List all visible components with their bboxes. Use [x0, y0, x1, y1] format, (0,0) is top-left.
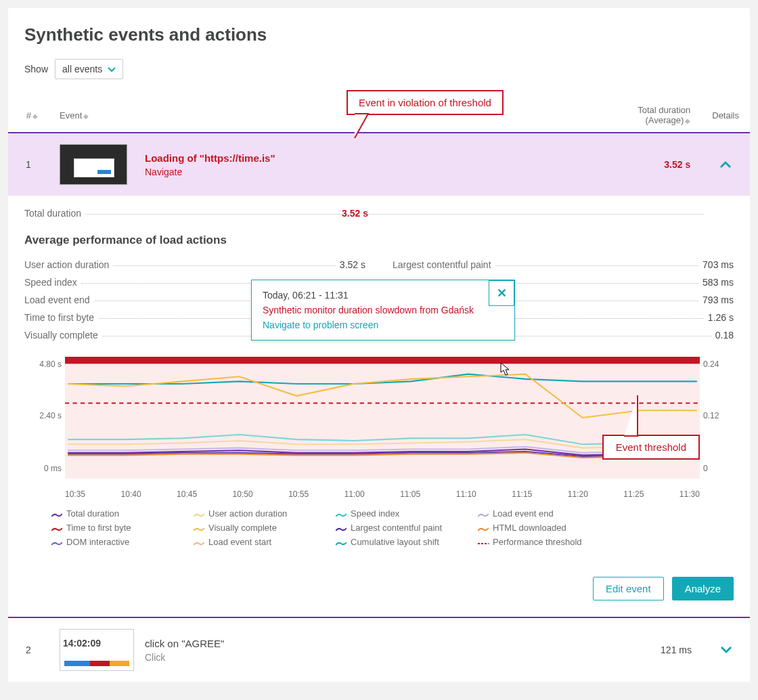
legend-label: HTML downloaded: [493, 523, 566, 533]
legend-swatch-icon: [478, 539, 489, 546]
popover-time: Today, 06:21 - 11:31: [263, 290, 504, 301]
legend-swatch-icon: [194, 525, 204, 531]
legend-item[interactable]: User action duration: [194, 508, 309, 519]
popover-link[interactable]: Navigate to problem screen: [263, 320, 504, 330]
col-event[interactable]: Event◆: [49, 98, 606, 133]
event-duration: 3.52 s: [664, 159, 690, 170]
x-tick: 11:10: [456, 489, 476, 499]
col-duration[interactable]: Total duration (Average)◆: [606, 98, 701, 133]
event-duration: 121 ms: [661, 644, 692, 655]
expand-icon[interactable]: [720, 643, 732, 657]
filter-label: Show: [24, 64, 48, 74]
performance-chart[interactable]: 4.80 s 2.40 s 0 ms 0.24 0.12 0 10:3510:4…: [24, 357, 734, 499]
page-title: Synthetic events and actions: [24, 24, 734, 45]
svg-rect-0: [65, 357, 700, 364]
metric-label: Visually complete: [24, 330, 98, 341]
legend-swatch-icon: [51, 525, 62, 531]
popover-msg: Synthetic monitor duration slowdown from…: [263, 305, 504, 315]
x-tick: 11:25: [623, 489, 644, 499]
x-tick: 11:05: [400, 489, 420, 499]
y-left-tick: 0 ms: [24, 464, 62, 473]
event-row-1[interactable]: 1 Loading of "https://time.is" Navigate …: [8, 133, 750, 196]
x-tick: 10:40: [121, 489, 141, 499]
perf-heading: Average performance of load actions: [24, 234, 734, 247]
metric-value: 583 ms: [703, 277, 734, 288]
event-subtitle: Click: [145, 652, 224, 663]
legend-swatch-icon: [51, 539, 62, 546]
metric-value: 1.26 s: [708, 312, 734, 323]
row-num: 2: [8, 617, 49, 682]
col-num[interactable]: #◆: [8, 98, 49, 133]
legend-item[interactable]: DOM interactive: [51, 537, 166, 547]
legend-label: User action duration: [208, 508, 287, 519]
legend-swatch-icon: [478, 510, 489, 517]
y-left-tick: 2.40 s: [24, 411, 62, 420]
event-subtitle: Navigate: [145, 167, 275, 177]
total-duration-value: 3.52 s: [342, 208, 368, 219]
legend-item[interactable]: Total duration: [51, 508, 166, 519]
legend-label: Visually complete: [208, 523, 277, 533]
legend-item[interactable]: Performance threshold: [478, 537, 593, 547]
y-right-tick: 0: [703, 464, 734, 473]
thumbnail: [60, 144, 134, 185]
filter-value: all events: [62, 64, 102, 74]
legend-swatch-icon: [336, 525, 347, 531]
metric-label: Load event end: [24, 294, 90, 305]
edit-event-button[interactable]: Edit event: [593, 577, 664, 600]
legend-item[interactable]: Load event end: [478, 508, 593, 519]
metric-value: 793 ms: [703, 294, 734, 305]
legend-item[interactable]: Largest contentful paint: [336, 523, 451, 533]
legend-label: Cumulative layout shift: [351, 537, 439, 547]
metric-value: 703 ms: [703, 259, 734, 270]
legend-item[interactable]: Cumulative layout shift: [336, 537, 451, 547]
legend-swatch-icon: [194, 510, 204, 517]
callout-threshold: Event threshold: [602, 435, 700, 460]
event-title: Loading of "https://time.is": [145, 152, 275, 164]
metric-label: Speed index: [24, 277, 77, 288]
legend-swatch-icon: [336, 539, 347, 546]
x-tick: 11:15: [512, 489, 532, 499]
metric-value: 3.52 s: [340, 259, 365, 270]
collapse-icon[interactable]: [719, 158, 732, 171]
legend-label: Load event start: [208, 537, 271, 547]
event-row-2[interactable]: 2 14:02:09 click on "AGREE" Click 121 ms: [8, 617, 750, 682]
event-title: click on "AGREE": [145, 638, 224, 649]
y-left-tick: 4.80 s: [24, 359, 62, 369]
x-tick: 10:55: [288, 489, 309, 499]
metric-label: Time to first byte: [24, 312, 94, 323]
x-tick: 11:20: [568, 489, 588, 499]
total-duration-label: Total duration: [24, 208, 81, 219]
legend-label: Performance threshold: [493, 537, 582, 547]
legend-item[interactable]: Time to first byte: [51, 523, 166, 533]
x-tick: 10:35: [65, 489, 85, 499]
legend-item[interactable]: Visually complete: [194, 523, 309, 533]
metric-label: User action duration: [24, 259, 109, 270]
metric-value: 0.18: [715, 330, 734, 341]
y-right-tick: 0.12: [703, 411, 734, 420]
row-num: 1: [8, 133, 49, 196]
legend-label: Total duration: [66, 508, 119, 519]
legend-item[interactable]: HTML downloaded: [478, 523, 593, 533]
metric-label: Largest contentful paint: [393, 259, 491, 270]
col-details: Details: [701, 98, 750, 133]
x-tick: 10:45: [177, 489, 197, 499]
analyze-button[interactable]: Analyze: [672, 577, 734, 600]
legend-item[interactable]: Speed index: [336, 508, 451, 519]
thumbnail: 14:02:09: [60, 629, 134, 671]
legend-item[interactable]: Load event start: [194, 537, 309, 547]
problem-popover: ✕ Today, 06:21 - 11:31 Synthetic monitor…: [251, 280, 515, 341]
legend-label: Time to first byte: [66, 523, 131, 533]
x-tick: 11:00: [344, 489, 365, 499]
legend-label: Load event end: [493, 508, 554, 519]
callout-violation: Event in violation of threshold: [347, 90, 504, 115]
close-icon[interactable]: ✕: [489, 280, 514, 306]
x-tick: 10:50: [233, 489, 253, 499]
legend-label: Largest contentful paint: [351, 523, 442, 533]
y-right-tick: 0.24: [703, 359, 734, 369]
legend-swatch-icon: [51, 510, 62, 517]
x-tick: 11:30: [679, 489, 700, 499]
legend-label: DOM interactive: [66, 537, 129, 547]
filter-dropdown[interactable]: all events: [55, 59, 123, 79]
chevron-down-icon: [108, 65, 116, 73]
legend-swatch-icon: [336, 510, 347, 517]
